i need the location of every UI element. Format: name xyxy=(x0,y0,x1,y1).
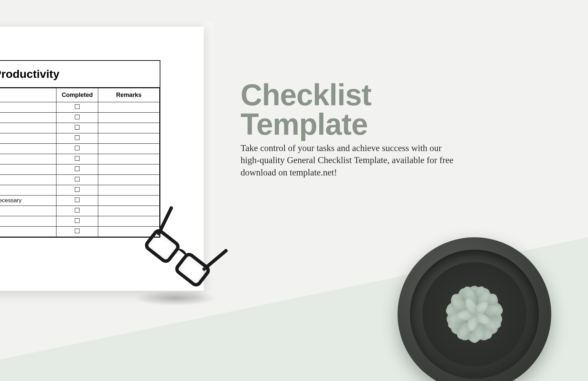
remarks-cell xyxy=(98,196,160,206)
checkbox-icon xyxy=(75,187,80,192)
table-row xyxy=(0,206,160,216)
completed-cell xyxy=(56,123,98,133)
remarks-cell xyxy=(98,185,160,196)
promo-title-line1: Checklist xyxy=(241,78,371,112)
completed-cell xyxy=(56,227,98,237)
task-cell: ., turn off notifications, close unneces… xyxy=(0,196,56,206)
remarks-cell xyxy=(98,164,160,175)
promo-description: Take control of your tasks and achieve s… xyxy=(241,142,461,178)
checkbox-icon xyxy=(75,104,80,109)
glasses-lens xyxy=(173,250,212,289)
checkbox-icon xyxy=(75,208,80,213)
succulent-plant xyxy=(398,237,551,381)
task-cell xyxy=(0,164,56,175)
remarks-cell xyxy=(98,175,160,185)
completed-cell xyxy=(56,196,98,206)
paper-strip xyxy=(204,22,214,276)
checkbox-icon xyxy=(75,177,80,181)
task-cell: rity task xyxy=(0,175,56,185)
remarks-cell xyxy=(98,216,160,227)
remarks-cell xyxy=(98,144,160,154)
task-cell xyxy=(0,133,56,144)
checkbox-icon xyxy=(75,125,80,130)
task-cell: r timer xyxy=(0,216,56,227)
completed-cell xyxy=(56,154,98,164)
checkbox-icon xyxy=(75,218,80,223)
checkbox-icon xyxy=(75,156,80,161)
remarks-cell xyxy=(98,113,160,123)
checkbox-icon xyxy=(75,146,80,150)
completed-cell xyxy=(56,144,98,154)
completed-cell xyxy=(56,216,98,227)
checkbox-icon xyxy=(75,229,80,233)
task-cell xyxy=(0,206,56,216)
task-cell xyxy=(0,113,56,123)
task-cell xyxy=(0,123,56,133)
col-remarks: Remarks xyxy=(98,88,160,102)
table-row xyxy=(0,113,160,123)
col-task: Task xyxy=(0,88,56,102)
task-cell: ne xyxy=(0,185,56,196)
remarks-cell xyxy=(98,123,160,133)
succulent-leaves xyxy=(424,264,525,364)
checkbox-icon xyxy=(75,115,80,119)
remarks-cell xyxy=(98,154,160,164)
table-row: ., turn off notifications, close unneces… xyxy=(0,196,160,206)
col-completed: Completed xyxy=(56,88,98,102)
table-row xyxy=(0,164,160,175)
completed-cell xyxy=(56,102,98,113)
table-row xyxy=(0,144,160,154)
checkbox-icon xyxy=(75,166,80,171)
document-title: ecklist: Daily Productivity xyxy=(0,61,160,88)
table-row xyxy=(0,123,160,133)
task-cell: it tasks for the day xyxy=(0,154,56,164)
table-row: r timer xyxy=(0,216,160,227)
remarks-cell xyxy=(98,206,160,216)
table-row: ne xyxy=(0,185,160,196)
completed-cell xyxy=(56,164,98,175)
table-row: en tasks xyxy=(0,227,160,237)
document-table-wrap: ecklist: Daily Productivity Task Complet… xyxy=(0,60,160,238)
remarks-cell xyxy=(98,102,160,113)
task-cell xyxy=(0,102,56,113)
completed-cell xyxy=(56,206,98,216)
task-cell xyxy=(0,144,56,154)
checklist-table: Task Completed Remarks it tasks for the … xyxy=(0,88,160,237)
table-row xyxy=(0,102,160,113)
completed-cell xyxy=(56,175,98,185)
promo-heading: Checklist Template xyxy=(241,80,488,139)
table-row: rity task xyxy=(0,175,160,185)
checkbox-icon xyxy=(75,135,80,140)
promo-title-line2: Template xyxy=(241,108,368,141)
completed-cell xyxy=(56,113,98,123)
checkbox-icon xyxy=(75,198,80,202)
table-row xyxy=(0,133,160,144)
completed-cell xyxy=(56,133,98,144)
remarks-cell xyxy=(98,133,160,144)
table-row: it tasks for the day xyxy=(0,154,160,164)
task-cell: en tasks xyxy=(0,227,56,237)
completed-cell xyxy=(56,185,98,196)
